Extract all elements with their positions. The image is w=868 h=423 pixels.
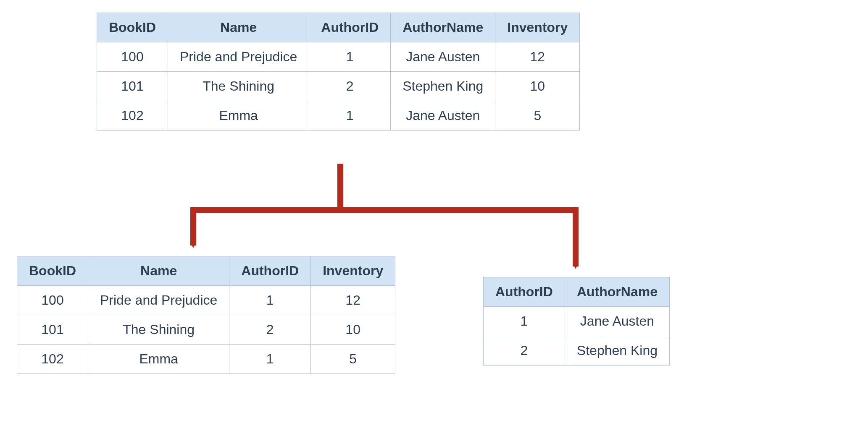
cell: 100 [17,286,88,315]
table-header-row: BookID Name AuthorID AuthorName Inventor… [97,13,580,42]
table-combined: BookID Name AuthorID AuthorName Inventor… [97,13,580,131]
cell: Jane Austen [391,101,495,131]
col-header: AuthorID [229,256,311,286]
cell: The Shining [88,315,229,345]
col-header: Inventory [495,13,580,42]
cell: 102 [97,101,168,131]
cell: 12 [311,286,395,315]
table-authors: AuthorID AuthorName 1 Jane Austen 2 Step… [483,277,670,366]
table-header-row: BookID Name AuthorID Inventory [17,256,395,286]
cell: Emma [88,345,229,374]
cell: 10 [495,72,580,101]
col-header: AuthorName [391,13,495,42]
col-header: BookID [17,256,88,286]
cell: 12 [495,42,580,72]
cell: 102 [17,345,88,374]
cell: Jane Austen [391,42,495,72]
cell: 100 [97,42,168,72]
table-row: 100 Pride and Prejudice 1 Jane Austen 12 [97,42,580,72]
cell: Stephen King [391,72,495,101]
cell: 2 [484,336,565,366]
cell: Pride and Prejudice [168,42,309,72]
table-row: 101 The Shining 2 Stephen King 10 [97,72,580,101]
cell: Pride and Prejudice [88,286,229,315]
cell: 5 [495,101,580,131]
table-row: 1 Jane Austen [484,307,670,336]
col-header: Name [168,13,309,42]
col-header: AuthorName [565,277,669,307]
table-row: 102 Emma 1 5 [17,345,395,374]
col-header: Inventory [311,256,395,286]
cell: 1 [229,345,311,374]
cell: 10 [311,315,395,345]
col-header: AuthorID [484,277,565,307]
table-books: BookID Name AuthorID Inventory 100 Pride… [17,256,395,374]
col-header: AuthorID [309,13,391,42]
cell: 101 [17,315,88,345]
cell: 2 [309,72,391,101]
cell: 101 [97,72,168,101]
cell: The Shining [168,72,309,101]
cell: 1 [309,42,391,72]
table-header-row: AuthorID AuthorName [484,277,670,307]
col-header: Name [88,256,229,286]
table-row: 101 The Shining 2 10 [17,315,395,345]
cell: 1 [309,101,391,131]
cell: Stephen King [565,336,669,366]
cell: Emma [168,101,309,131]
cell: Jane Austen [565,307,669,336]
table-row: 2 Stephen King [484,336,670,366]
table-row: 102 Emma 1 Jane Austen 5 [97,101,580,131]
cell: 2 [229,315,311,345]
normalization-diagram: BookID Name AuthorID AuthorName Inventor… [8,8,860,415]
col-header: BookID [97,13,168,42]
cell: 1 [229,286,311,315]
table-row: 100 Pride and Prejudice 1 12 [17,286,395,315]
cell: 1 [484,307,565,336]
cell: 5 [311,345,395,374]
